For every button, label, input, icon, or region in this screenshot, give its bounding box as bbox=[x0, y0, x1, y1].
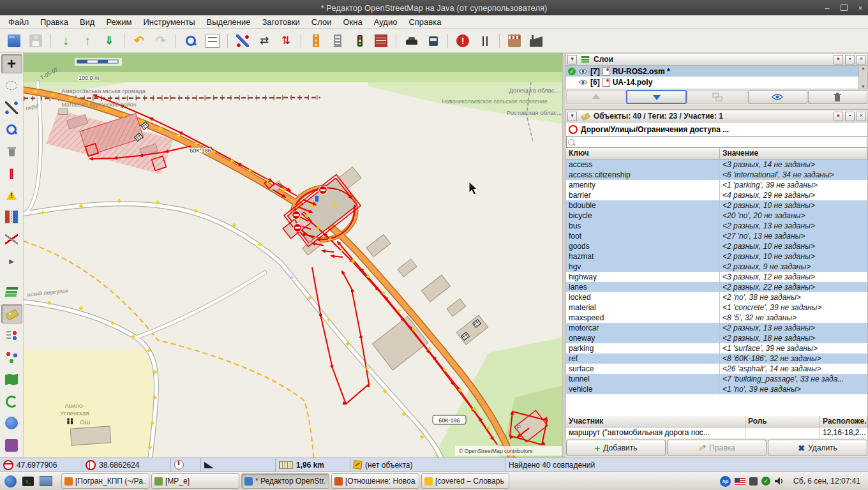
terminal-launcher[interactable]: >_ bbox=[20, 473, 36, 489]
delete-mode-button[interactable] bbox=[1, 142, 22, 161]
highway-button[interactable] bbox=[305, 31, 327, 51]
draw-way-button[interactable] bbox=[1, 98, 22, 117]
tag-row[interactable]: motorcar <2 разных, 13 не заданы> bbox=[566, 323, 867, 333]
menu-item[interactable]: Вид bbox=[74, 17, 101, 27]
us-flag-icon[interactable] bbox=[735, 478, 745, 485]
menu-item[interactable]: Выделение bbox=[201, 17, 257, 27]
tag-row[interactable]: barrier <4 разных, 29 не заданы> bbox=[566, 190, 867, 200]
taskbar-window-button[interactable]: [Отношение: Новоа... bbox=[331, 473, 419, 489]
shop-button[interactable] bbox=[504, 31, 525, 51]
filter-dialog-button[interactable] bbox=[1, 413, 22, 433]
tag-row[interactable]: oneway <2 разных, 18 не заданы> bbox=[566, 333, 867, 343]
select-move-button[interactable] bbox=[1, 54, 22, 73]
tag-row[interactable]: goods <2 разных, 10 не заданы> bbox=[566, 241, 867, 251]
layers-dialog-button[interactable] bbox=[1, 282, 22, 301]
menu-item[interactable]: Справка bbox=[403, 17, 447, 27]
dock-icon[interactable]: ● bbox=[834, 55, 843, 64]
menu-item[interactable]: Правка bbox=[34, 17, 74, 27]
vehicle-car-button[interactable] bbox=[400, 31, 422, 51]
tag-row[interactable]: vehicle <1 'no', 39 не заданы> bbox=[566, 384, 867, 394]
close-panel-icon[interactable]: × bbox=[857, 112, 866, 121]
tag-row[interactable]: hgv <2 разных, 9 не заданы> bbox=[566, 262, 867, 272]
traffic-signals-button[interactable] bbox=[348, 31, 370, 51]
taskbar-window-button[interactable]: [Погран_КПП (~/Ра... bbox=[61, 473, 149, 489]
edit-tag-button[interactable]: Правка bbox=[667, 440, 767, 456]
mirror-mode-button[interactable] bbox=[1, 207, 22, 226]
close-button[interactable]: × bbox=[855, 3, 865, 13]
download-along-button[interactable] bbox=[98, 31, 120, 51]
barrier-wall-button[interactable] bbox=[370, 31, 392, 51]
role-column-header[interactable]: Роль bbox=[745, 416, 820, 427]
tag-row[interactable]: tunnel <7 'building_passage', 33 не зада… bbox=[566, 374, 867, 384]
layer-down-button[interactable] bbox=[626, 90, 687, 104]
tag-row[interactable]: surface <26 'asphalt', 14 не заданы> bbox=[566, 364, 867, 374]
selected-object-row[interactable]: Дороги/Улицы/Ограничения доступа ... bbox=[565, 122, 868, 136]
improve-accuracy-button[interactable] bbox=[1, 186, 22, 205]
open-file-button[interactable] bbox=[3, 31, 25, 51]
more-tools-button[interactable] bbox=[1, 251, 22, 271]
amenity-food-button[interactable] bbox=[474, 31, 495, 51]
tag-row[interactable]: bicycle <20 'no', 20 не заданы> bbox=[566, 211, 867, 221]
tag-row[interactable]: material <1 'concrete', 39 не заданы> bbox=[566, 302, 867, 313]
mappaint-dialog-button[interactable] bbox=[1, 370, 22, 389]
tag-row[interactable]: locked <2 'no', 38 не заданы> bbox=[566, 292, 867, 302]
follow-line-button[interactable] bbox=[1, 230, 22, 249]
active-layer-check-icon[interactable]: ✓ bbox=[568, 68, 576, 75]
dialogs-splitter[interactable] bbox=[565, 105, 868, 109]
industrial-button[interactable] bbox=[525, 31, 547, 51]
clock[interactable]: Сб, 6 сен, 12:07:41 bbox=[788, 477, 865, 486]
maximize-button[interactable] bbox=[839, 3, 849, 13]
save-button[interactable] bbox=[25, 31, 47, 51]
close-panel-icon[interactable]: × bbox=[857, 55, 866, 64]
menu-item[interactable]: Заготовки bbox=[256, 17, 305, 27]
tag-row[interactable]: foot <27 'no', 13 не заданы> bbox=[566, 231, 867, 241]
warning-button[interactable] bbox=[452, 31, 474, 51]
vehicle-bus-button[interactable] bbox=[422, 31, 444, 51]
visibility-eye-icon[interactable] bbox=[578, 68, 588, 75]
volume-icon[interactable] bbox=[774, 477, 784, 486]
menu-item[interactable]: Аудио bbox=[368, 17, 403, 27]
menu-item[interactable]: Слои bbox=[306, 17, 338, 27]
selection-dialog-button[interactable] bbox=[1, 326, 22, 345]
tag-row[interactable]: highway <3 разных, 12 не заданы> bbox=[566, 272, 867, 282]
files-launcher[interactable] bbox=[38, 473, 54, 489]
collapse-icon[interactable]: ▾ bbox=[567, 112, 577, 121]
preferences-button[interactable] bbox=[202, 31, 223, 51]
layers-scrollbar[interactable]: ▲▼ bbox=[858, 66, 867, 89]
layer-visibility-button[interactable] bbox=[748, 90, 807, 104]
membership-row[interactable]: маршрут ("автомобильная дорога пос... 12… bbox=[566, 427, 867, 438]
detach-icon[interactable]: ▪ bbox=[845, 55, 855, 64]
collapse-icon[interactable]: ▾ bbox=[567, 55, 577, 64]
menu-item[interactable]: Окна bbox=[337, 17, 368, 27]
key-column-header[interactable]: Ключ bbox=[566, 148, 720, 159]
detach-icon[interactable]: ▪ bbox=[845, 112, 855, 121]
layer-row[interactable]: ✓ [7] RU-ROS2.osm * bbox=[566, 66, 867, 77]
tag-row[interactable]: maxspeed <8 '5', 32 не заданы> bbox=[566, 313, 867, 323]
redo-button[interactable] bbox=[150, 31, 172, 51]
menu-item[interactable]: Режим bbox=[100, 17, 137, 27]
parallel-way-button[interactable] bbox=[1, 164, 22, 183]
tag-row[interactable]: access:citizenship <6 'international', 3… bbox=[566, 170, 867, 180]
layer-up-button[interactable] bbox=[566, 90, 625, 104]
undo-button[interactable] bbox=[128, 31, 150, 51]
validator-dialog-button[interactable] bbox=[1, 392, 22, 411]
layer-delete-button[interactable] bbox=[808, 90, 867, 104]
value-column-header[interactable]: Значение bbox=[720, 148, 867, 159]
tag-row[interactable]: lanes <2 разных, 22 не заданы> bbox=[566, 282, 867, 292]
hp-icon[interactable]: hp bbox=[720, 476, 731, 487]
tags-dialog-button[interactable] bbox=[1, 304, 22, 323]
layer-merge-button[interactable] bbox=[687, 90, 747, 104]
menu-item[interactable]: Файл bbox=[3, 17, 34, 27]
visibility-eye-icon[interactable] bbox=[578, 79, 588, 85]
zoom-button[interactable] bbox=[180, 31, 202, 51]
position-column-header[interactable]: Расположе... bbox=[820, 416, 867, 427]
taskbar-window-button[interactable]: [covered – Словарь ... bbox=[421, 473, 509, 489]
crossing-button[interactable] bbox=[327, 31, 348, 51]
app-menu-button[interactable] bbox=[3, 473, 18, 489]
tag-row[interactable]: parking <1 'surface', 39 не заданы> bbox=[566, 343, 867, 353]
menu-item[interactable]: Инструменты bbox=[138, 17, 201, 27]
lasso-button[interactable] bbox=[1, 76, 22, 95]
tag-row[interactable]: amenity <1 'parking', 39 не заданы> bbox=[566, 180, 867, 190]
taskbar-window-button[interactable]: * Редактор OpenStr... bbox=[241, 473, 329, 489]
tag-row[interactable]: bdouble <2 разных, 10 не заданы> bbox=[566, 200, 867, 211]
